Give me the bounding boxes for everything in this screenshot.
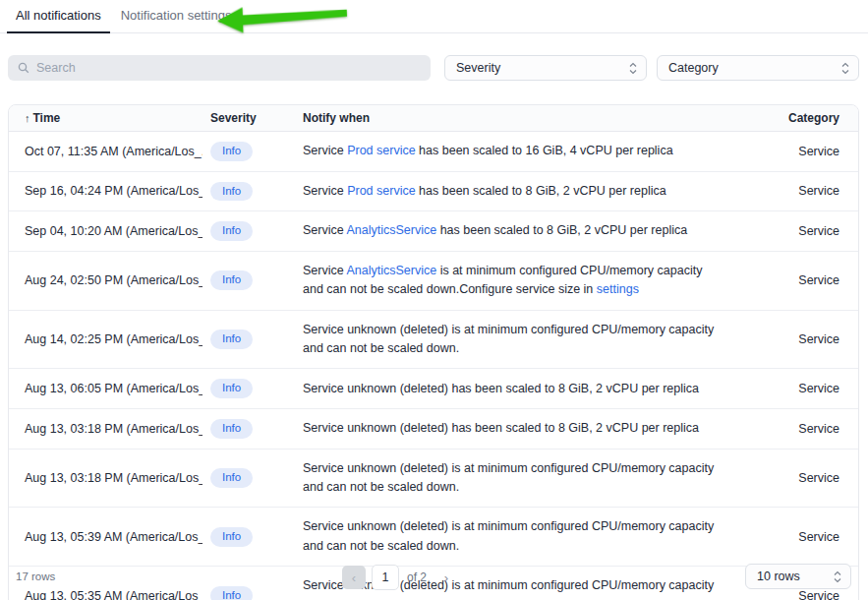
row-category: Service	[730, 171, 858, 211]
row-notify-when: Service Prod service has been scaled to …	[295, 132, 730, 172]
page-total-label: of 2	[407, 570, 427, 584]
row-time: Sep 16, 04:24 PM (America/Los_...	[9, 171, 203, 211]
table-row: Sep 04, 10:20 AM (America/Los_...InfoSer…	[9, 211, 858, 252]
row-severity: Info	[203, 171, 295, 211]
sort-ascending-icon: ↑	[25, 112, 30, 124]
row-category: Service	[730, 132, 858, 172]
row-notify-when: Service unknown (deleted) is at minimum …	[295, 508, 730, 567]
notify-link[interactable]: settings	[597, 282, 639, 296]
row-time: Aug 13, 05:39 AM (America/Los_...	[9, 508, 203, 567]
table-row: Aug 13, 05:39 AM (America/Los_...InfoSer…	[9, 508, 858, 567]
row-time: Aug 24, 02:50 PM (America/Los_...	[9, 251, 203, 310]
row-severity: Info	[203, 251, 295, 310]
row-notify-when: Service unknown (deleted) has been scale…	[295, 369, 730, 409]
row-time: Oct 07, 11:35 AM (America/Los_...	[9, 132, 203, 172]
tab-bar: All notifications Notification settings	[0, 0, 868, 33]
notify-text: has been scaled to 8 GiB, 2 vCPU per rep…	[436, 223, 687, 237]
row-severity: Info	[203, 508, 295, 567]
severity-select-value: Severity	[456, 61, 500, 75]
chevron-updown-icon	[841, 62, 849, 75]
search-icon	[18, 62, 29, 74]
search-placeholder: Search	[36, 61, 76, 75]
row-severity: Info	[203, 369, 295, 409]
previous-page-button[interactable]: ‹	[342, 566, 366, 589]
page-number-input[interactable]	[372, 565, 399, 590]
row-category: Service	[730, 251, 858, 310]
pagination: ‹ of 2 ›	[342, 564, 458, 591]
search-input[interactable]: Search	[8, 55, 431, 81]
row-notify-when: Service unknown (deleted) is at minimum …	[295, 449, 730, 508]
row-severity: Info	[203, 409, 295, 450]
table-footer: 17 rows ‹ of 2 › 10 rows	[8, 564, 859, 591]
notify-text: Service	[303, 264, 346, 277]
row-notify-when: Service unknown (deleted) is at minimum …	[295, 310, 730, 369]
chevron-updown-icon	[629, 62, 637, 75]
severity-badge: Info	[210, 270, 253, 290]
table-row: Sep 16, 04:24 PM (America/Los_...InfoSer…	[9, 171, 858, 211]
column-header-notify-when: Notify when	[295, 105, 730, 132]
notify-text: Service unknown (deleted) has been scale…	[303, 382, 699, 395]
row-severity: Info	[203, 310, 295, 369]
tab-notification-settings[interactable]: Notification settings	[112, 0, 241, 32]
severity-badge: Info	[210, 419, 253, 439]
notifications-table: ↑Time Severity Notify when Category Oct …	[8, 104, 859, 600]
row-category: Service	[730, 310, 858, 369]
notify-text: Service	[303, 223, 346, 237]
page-size-select[interactable]: 10 rows	[745, 564, 851, 589]
category-select-value: Category	[668, 61, 719, 75]
notify-link[interactable]: AnalyticsService	[346, 264, 436, 277]
notify-link[interactable]: Prod service	[347, 144, 415, 157]
notify-text: has been scaled to 16 GiB, 4 vCPU per re…	[416, 144, 673, 157]
row-category: Service	[730, 409, 858, 450]
row-notify-when: Service AnalyticsService has been scaled…	[295, 211, 730, 252]
row-severity: Info	[203, 211, 295, 252]
severity-select[interactable]: Severity	[444, 55, 647, 81]
row-notify-when: Service unknown (deleted) has been scale…	[295, 409, 730, 450]
page-size-value: 10 rows	[757, 570, 800, 583]
notify-link[interactable]: Prod service	[347, 184, 415, 198]
notify-text: Service unknown (deleted) is at minimum …	[303, 461, 714, 494]
table-body: Oct 07, 11:35 AM (America/Los_...InfoSer…	[9, 132, 858, 600]
notify-text: Service	[303, 184, 347, 198]
table-row: Oct 07, 11:35 AM (America/Los_...InfoSer…	[9, 132, 858, 172]
notify-link[interactable]: AnalyticsService	[346, 223, 436, 237]
row-severity: Info	[203, 132, 295, 172]
row-count-label: 17 rows	[16, 570, 55, 582]
column-header-category: Category	[730, 105, 858, 132]
next-page-button[interactable]: ›	[434, 566, 458, 589]
notify-text: has been scaled to 8 GiB, 2 vCPU per rep…	[416, 184, 666, 198]
row-time: Aug 14, 02:25 PM (America/Los_...	[9, 310, 203, 369]
table-row: Aug 14, 02:25 PM (America/Los_...InfoSer…	[9, 310, 858, 369]
row-time: Aug 13, 03:18 PM (America/Los_...	[9, 449, 203, 508]
table-row: Aug 13, 03:18 PM (America/Los_...InfoSer…	[9, 409, 858, 450]
table-row: Aug 13, 06:05 PM (America/Los_...InfoSer…	[9, 369, 858, 409]
row-category: Service	[730, 211, 858, 252]
row-notify-when: Service AnalyticsService is at minimum c…	[295, 251, 730, 310]
row-category: Service	[730, 369, 858, 409]
notify-text: Service unknown (deleted) is at minimum …	[303, 323, 714, 355]
notify-text: Service	[303, 144, 347, 157]
row-time: Aug 13, 03:18 PM (America/Los_...	[9, 409, 203, 450]
column-header-severity: Severity	[203, 105, 295, 132]
row-time: Aug 13, 06:05 PM (America/Los_...	[9, 369, 203, 409]
column-header-time[interactable]: ↑Time	[9, 105, 203, 132]
severity-badge: Info	[210, 527, 253, 547]
tab-all-notifications[interactable]: All notifications	[7, 0, 110, 32]
filter-bar: Search Severity Category	[8, 55, 859, 81]
table-row: Aug 24, 02:50 PM (America/Los_...InfoSer…	[9, 251, 858, 310]
table-header-row: ↑Time Severity Notify when Category	[9, 105, 858, 132]
row-notify-when: Service Prod service has been scaled to …	[295, 171, 730, 211]
severity-badge: Info	[210, 468, 253, 488]
table-row: Aug 13, 03:18 PM (America/Los_...InfoSer…	[9, 449, 858, 508]
row-category: Service	[730, 508, 858, 567]
row-time: Sep 04, 10:20 AM (America/Los_...	[9, 211, 203, 252]
chevron-updown-icon	[834, 570, 841, 583]
severity-badge: Info	[210, 221, 253, 241]
severity-badge: Info	[210, 330, 253, 349]
severity-badge: Info	[210, 142, 253, 161]
severity-badge: Info	[210, 379, 253, 398]
row-severity: Info	[203, 449, 295, 508]
notify-text: Service unknown (deleted) has been scale…	[303, 421, 699, 435]
severity-badge: Info	[210, 182, 253, 202]
category-select[interactable]: Category	[657, 55, 859, 81]
